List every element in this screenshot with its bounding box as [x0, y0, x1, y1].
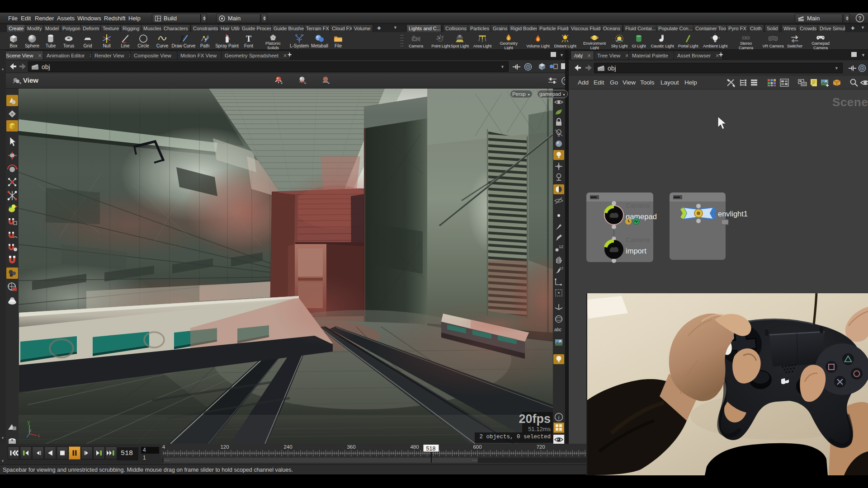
- svg-text:120: 120: [220, 444, 229, 450]
- svg-text:720: 720: [536, 444, 545, 450]
- svg-text:T: T: [246, 34, 251, 43]
- svg-text:⋯: ⋯: [165, 457, 170, 463]
- svg-text:12: 12: [559, 244, 563, 249]
- svg-text:y: y: [28, 420, 30, 425]
- svg-text:Camera: Camera: [626, 236, 650, 244]
- svg-text:x: x: [38, 433, 40, 438]
- svg-text:z: z: [29, 428, 32, 433]
- svg-text:518: 518: [426, 446, 436, 452]
- svg-text:12: 12: [559, 266, 563, 270]
- svg-text:?: ?: [858, 15, 861, 22]
- svg-text:i: i: [558, 414, 559, 421]
- svg-text:envlight1: envlight1: [718, 210, 748, 218]
- svg-text:240: 240: [283, 444, 292, 450]
- svg-text:4: 4: [162, 444, 165, 450]
- svg-text:480: 480: [410, 444, 419, 450]
- svg-text:360: 360: [347, 444, 355, 450]
- svg-text:⋯: ⋯: [472, 457, 477, 463]
- svg-text:import: import: [626, 247, 646, 255]
- svg-text:600: 600: [473, 444, 481, 450]
- svg-text:Camera: Camera: [626, 202, 650, 209]
